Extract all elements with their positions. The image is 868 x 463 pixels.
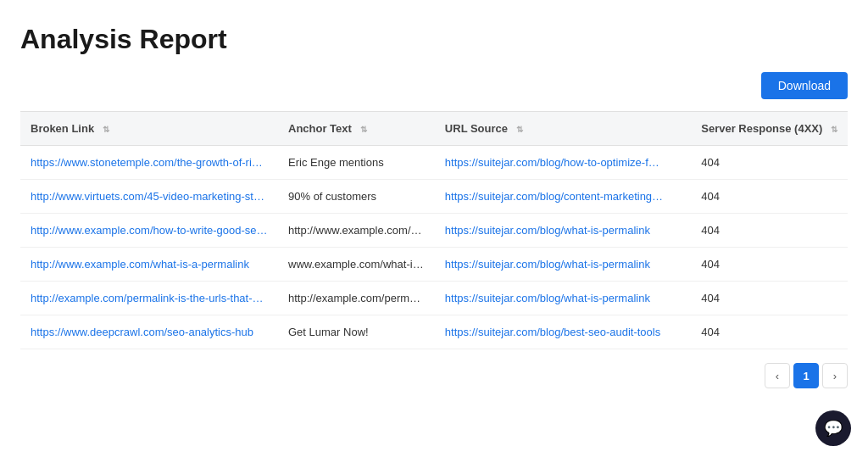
broken-link-anchor[interactable]: http://example.com/permalink-is-the-urls…	[31, 292, 268, 304]
broken-link-cell: http://www.virtuets.com/45-video-marketi…	[20, 180, 278, 214]
server-response-cell: 404	[691, 282, 848, 315]
url-source-anchor[interactable]: https://suitejar.com/blog/how-to-optimiz…	[445, 156, 665, 169]
col-header-broken-link: Broken Link ⇅	[20, 112, 278, 146]
url-source-cell: https://suitejar.com/blog/how-to-optimiz…	[435, 146, 691, 180]
table-row: http://www.virtuets.com/45-video-marketi…	[20, 180, 848, 214]
server-response-cell: 404	[691, 214, 848, 248]
url-source-cell: https://suitejar.com/blog/content-market…	[435, 180, 691, 214]
pagination: ‹ 1 ›	[20, 363, 848, 388]
table-row: https://www.deepcrawl.com/seo-analytics-…	[20, 315, 848, 349]
pagination-prev-button[interactable]: ‹	[765, 363, 790, 388]
broken-link-cell: http://example.com/permalink-is-the-urls…	[20, 282, 278, 315]
server-response-cell: 404	[691, 146, 848, 180]
url-source-anchor[interactable]: https://suitejar.com/blog/what-is-permal…	[445, 224, 665, 237]
chat-bubble-button[interactable]: 💬	[815, 410, 851, 446]
sort-icon-url-source[interactable]: ⇅	[516, 125, 523, 134]
page-title: Analysis Report	[20, 24, 848, 55]
url-source-anchor[interactable]: https://suitejar.com/blog/content-market…	[445, 190, 665, 203]
table-body: https://www.stonetemple.com/the-growth-o…	[20, 146, 848, 349]
col-header-server-response: Server Response (4XX) ⇅	[691, 112, 848, 146]
anchor-text-cell: Eric Enge mentions	[278, 146, 435, 180]
table-header-row: Broken Link ⇅ Anchor Text ⇅ URL Source ⇅…	[20, 112, 848, 146]
sort-icon-broken-link[interactable]: ⇅	[103, 125, 109, 134]
table-row: http://www.example.com/how-to-write-good…	[20, 214, 848, 248]
broken-link-anchor[interactable]: http://www.virtuets.com/45-video-marketi…	[31, 190, 268, 203]
pagination-next-button[interactable]: ›	[822, 363, 848, 388]
url-source-cell: https://suitejar.com/blog/what-is-permal…	[435, 282, 691, 315]
page-wrapper: Analysis Report Download Broken Link ⇅ A…	[0, 0, 868, 405]
broken-link-anchor[interactable]: http://www.example.com/what-is-a-permali…	[31, 258, 268, 271]
table-row: http://example.com/permalink-is-the-urls…	[20, 282, 848, 315]
anchor-text-cell: www.example.com/what-is-a-p...	[278, 248, 435, 282]
analysis-table: Broken Link ⇅ Anchor Text ⇅ URL Source ⇅…	[20, 111, 848, 349]
url-source-anchor[interactable]: https://suitejar.com/blog/what-is-permal…	[445, 292, 665, 304]
anchor-text-cell: http://www.example.com/how-...	[278, 214, 435, 248]
anchor-text-cell: http://example.com/permalink-...	[278, 282, 435, 315]
col-header-url-source: URL Source ⇅	[435, 112, 691, 146]
table-row: https://www.stonetemple.com/the-growth-o…	[20, 146, 848, 180]
sort-icon-server-response[interactable]: ⇅	[831, 125, 837, 134]
broken-link-anchor[interactable]: http://www.example.com/how-to-write-good…	[31, 224, 268, 237]
table-row: http://www.example.com/what-is-a-permali…	[20, 248, 848, 282]
server-response-cell: 404	[691, 315, 848, 349]
server-response-cell: 404	[691, 180, 848, 214]
url-source-cell: https://suitejar.com/blog/best-seo-audit…	[435, 315, 691, 349]
anchor-text-cell: Get Lumar Now!	[278, 315, 435, 349]
anchor-text-cell: 90% of customers	[278, 180, 435, 214]
broken-link-anchor[interactable]: https://www.deepcrawl.com/seo-analytics-…	[31, 326, 268, 338]
broken-link-cell: https://www.deepcrawl.com/seo-analytics-…	[20, 315, 278, 349]
url-source-cell: https://suitejar.com/blog/what-is-permal…	[435, 248, 691, 282]
chat-icon: 💬	[824, 419, 843, 438]
col-header-anchor-text: Anchor Text ⇅	[278, 112, 435, 146]
sort-icon-anchor-text[interactable]: ⇅	[360, 125, 367, 134]
broken-link-anchor[interactable]: https://www.stonetemple.com/the-growth-o…	[31, 156, 268, 169]
url-source-anchor[interactable]: https://suitejar.com/blog/best-seo-audit…	[445, 326, 665, 338]
pagination-page-1-button[interactable]: 1	[793, 363, 819, 388]
broken-link-cell: http://www.example.com/how-to-write-good…	[20, 214, 278, 248]
download-button[interactable]: Download	[761, 72, 848, 99]
url-source-anchor[interactable]: https://suitejar.com/blog/what-is-permal…	[445, 258, 665, 271]
broken-link-cell: http://www.example.com/what-is-a-permali…	[20, 248, 278, 282]
broken-link-cell: https://www.stonetemple.com/the-growth-o…	[20, 146, 278, 180]
server-response-cell: 404	[691, 248, 848, 282]
header-row: Download	[20, 72, 848, 99]
url-source-cell: https://suitejar.com/blog/what-is-permal…	[435, 214, 691, 248]
